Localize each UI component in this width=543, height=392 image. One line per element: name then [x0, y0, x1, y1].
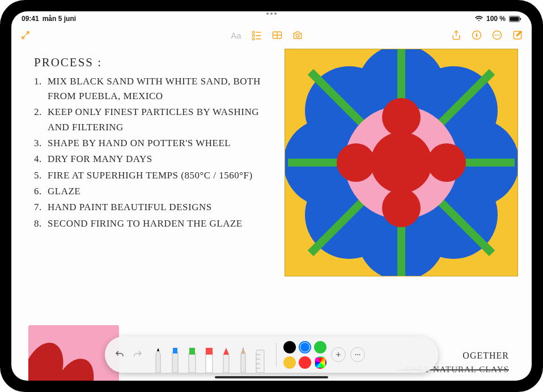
list-item: 8.SECOND FIRING TO HARDEN THE GLAZE	[34, 216, 278, 231]
flower-svg	[285, 49, 517, 276]
camera-icon[interactable]	[291, 29, 304, 41]
markup-toolbar	[105, 336, 438, 373]
list-item: 1.MIX BLACK SAND WITH WHITE SAND, BOTH F…	[34, 74, 278, 104]
svg-rect-49	[189, 348, 195, 355]
swatch-blue[interactable]	[299, 341, 311, 353]
svg-point-15	[495, 35, 496, 36]
svg-point-12	[296, 34, 299, 37]
swatch-red[interactable]	[299, 356, 311, 369]
svg-rect-51	[206, 348, 213, 355]
table-icon[interactable]	[271, 29, 283, 41]
svg-rect-2	[520, 18, 521, 20]
tool-marker[interactable]	[168, 342, 182, 373]
wifi-icon	[475, 16, 483, 22]
collapse-icon[interactable]	[19, 29, 32, 41]
tool-pencil[interactable]	[236, 342, 250, 373]
status-time: 09:41	[22, 15, 39, 23]
svg-rect-53	[241, 353, 245, 373]
svg-point-43	[427, 143, 466, 182]
checklist-icon[interactable]	[251, 29, 263, 41]
battery-icon	[509, 16, 521, 22]
list-item: 6.GLAZE	[34, 184, 278, 199]
undo-button[interactable]	[113, 348, 126, 361]
text-style-button[interactable]: Aa	[230, 29, 243, 41]
screen: 09:41 mån 5 juni 100 %	[11, 11, 532, 381]
tool-crayon[interactable]	[219, 342, 233, 373]
swatch-yellow[interactable]	[283, 356, 296, 369]
svg-rect-6	[256, 35, 261, 36]
battery-label: 100 %	[486, 15, 506, 23]
swatch-black[interactable]	[283, 341, 296, 353]
swatch-green[interactable]	[314, 341, 326, 353]
svg-point-16	[497, 35, 498, 36]
compose-icon[interactable]	[511, 29, 524, 41]
svg-rect-8	[256, 39, 261, 40]
status-date: mån 5 juni	[43, 15, 76, 23]
tool-highlighter[interactable]	[185, 342, 199, 373]
status-bar: 09:41 mån 5 juni 100 %	[11, 11, 532, 25]
svg-point-59	[355, 354, 357, 355]
list-item: 4.DRY FOR MANY DAYS	[34, 152, 278, 167]
svg-point-5	[252, 35, 254, 37]
list-item: 5.FIRE AT SUPERHIGH TEMPS (850°C / 1560°…	[34, 168, 278, 183]
list-item: 7.HAND PAINT BEAUTIFUL DESIGNS	[34, 200, 278, 215]
tool-tray	[151, 336, 267, 373]
share-icon[interactable]	[450, 29, 463, 41]
svg-rect-50	[206, 353, 213, 373]
add-button[interactable]	[331, 347, 346, 362]
svg-rect-48	[189, 353, 196, 373]
svg-rect-52	[223, 355, 229, 373]
tool-pen[interactable]	[151, 342, 165, 373]
markup-more-button[interactable]	[350, 347, 365, 362]
tool-ruler[interactable]	[253, 342, 267, 373]
svg-point-17	[498, 35, 499, 36]
svg-point-40	[382, 98, 421, 137]
svg-point-41	[382, 189, 421, 227]
svg-point-3	[252, 31, 254, 33]
multitask-dots-icon[interactable]	[266, 12, 277, 15]
svg-point-42	[337, 143, 375, 182]
note-toolbar: Aa	[11, 25, 532, 45]
markup-toggle-icon[interactable]	[470, 29, 483, 41]
swatch-color-picker[interactable]	[314, 356, 326, 369]
svg-rect-1	[510, 16, 519, 21]
svg-rect-47	[173, 348, 177, 353]
tool-eraser[interactable]	[202, 342, 216, 373]
more-icon[interactable]	[491, 29, 503, 41]
list-item: 3.SHAPE BY HAND ON POTTER'S WHEEL	[34, 136, 278, 151]
redo-button[interactable]	[131, 348, 145, 361]
svg-rect-4	[256, 32, 261, 33]
status-left: 09:41 mån 5 juni	[22, 15, 76, 23]
svg-point-60	[357, 354, 358, 355]
note-title: PROCESS :	[34, 53, 278, 72]
svg-rect-46	[172, 352, 178, 373]
svg-rect-54	[256, 350, 264, 373]
note-content[interactable]: PROCESS : 1.MIX BLACK SAND WITH WHITE SA…	[11, 45, 532, 381]
color-swatches	[283, 341, 326, 369]
ipad-frame: 09:41 mån 5 juni 100 %	[0, 0, 543, 392]
svg-point-44	[371, 132, 432, 193]
process-list: 1.MIX BLACK SAND WITH WHITE SAND, BOTH F…	[34, 74, 278, 231]
status-right: 100 %	[475, 15, 521, 23]
home-indicator[interactable]	[215, 376, 328, 378]
svg-point-7	[252, 38, 254, 40]
svg-point-61	[359, 354, 360, 355]
list-item: 2.KEEP ONLY FINEST PARTICLES BY WASHING …	[34, 105, 278, 135]
divider	[276, 343, 277, 367]
flower-drawing	[285, 49, 518, 276]
